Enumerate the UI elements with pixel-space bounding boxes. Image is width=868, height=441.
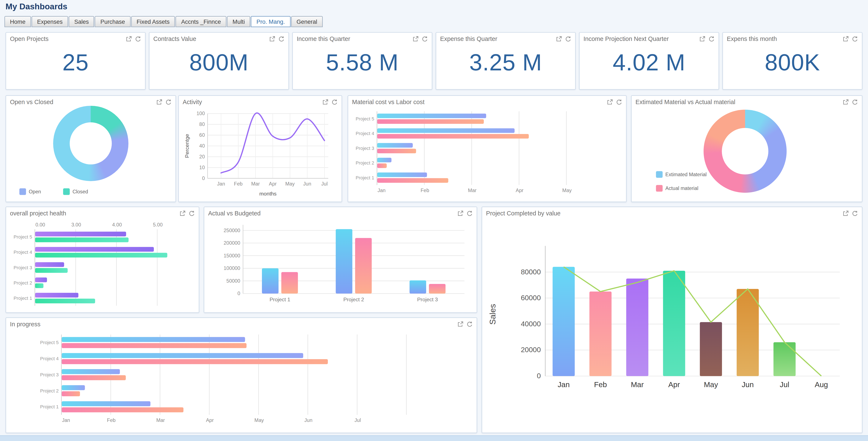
svg-text:Project 1: Project 1: [40, 404, 59, 409]
svg-text:10: 10: [199, 165, 205, 170]
svg-text:Project 4: Project 4: [355, 131, 374, 136]
estimated-vs-actual-legend: Extimated MaterialActual material: [656, 171, 707, 199]
kpi-value: 25: [6, 49, 145, 76]
expand-icon[interactable]: [126, 36, 132, 42]
legend-swatch: [656, 171, 662, 178]
refresh-icon[interactable]: [165, 99, 172, 105]
legend-label: Closed: [72, 189, 88, 195]
kpi-title: Contracts Value: [153, 35, 196, 42]
svg-text:Mar: Mar: [251, 181, 260, 186]
card-header: Expens this month: [723, 33, 862, 44]
svg-text:Project 1: Project 1: [13, 296, 32, 301]
refresh-icon[interactable]: [422, 36, 428, 42]
legend-swatch: [63, 188, 70, 195]
svg-text:Feb: Feb: [421, 188, 429, 193]
expand-icon[interactable]: [843, 99, 849, 105]
svg-text:Project 2: Project 2: [40, 388, 59, 393]
svg-text:Project 2: Project 2: [13, 280, 32, 286]
expand-icon[interactable]: [457, 321, 463, 327]
tab-home[interactable]: Home: [4, 16, 31, 27]
card-open-vs-closed: Open vs Closed OpenClosed: [5, 95, 176, 202]
svg-text:Apr: Apr: [516, 188, 524, 193]
kpi-card-open-projects: Open Projects25: [5, 32, 146, 90]
in-progress-bar-chart: JanFebMarAprMayJunJulProject 5Project 4P…: [10, 331, 472, 428]
expand-icon[interactable]: [322, 99, 328, 105]
tab-accnts-finnce[interactable]: Accnts _Finnce: [176, 16, 226, 27]
expand-icon[interactable]: [607, 99, 613, 105]
card-estimated-vs-actual: Extimated Material vs Actual material Ex…: [631, 95, 863, 202]
refresh-icon[interactable]: [467, 210, 473, 216]
refresh-icon[interactable]: [852, 210, 858, 216]
card-title: Open vs Closed: [10, 98, 53, 105]
refresh-icon[interactable]: [278, 36, 285, 42]
svg-text:250000: 250000: [223, 228, 240, 233]
expand-icon[interactable]: [269, 36, 275, 42]
card-header: Actual vs Budgeted: [204, 207, 476, 218]
svg-text:Aug: Aug: [815, 380, 828, 389]
svg-text:months: months: [259, 191, 277, 197]
svg-text:0.00: 0.00: [35, 222, 45, 228]
expand-icon[interactable]: [457, 210, 463, 216]
card-title: Activity: [183, 98, 202, 105]
card-header: Income Projection Next Quarter: [580, 33, 719, 44]
expand-icon[interactable]: [699, 36, 705, 42]
tab-multi[interactable]: Multi: [227, 16, 250, 27]
svg-text:80000: 80000: [521, 268, 541, 276]
expand-icon[interactable]: [156, 99, 162, 105]
tab-pro-mang[interactable]: Pro. Mang.: [251, 16, 290, 27]
expand-icon[interactable]: [179, 210, 185, 216]
svg-text:Project 3: Project 3: [355, 146, 374, 151]
svg-text:Project 1: Project 1: [355, 175, 374, 180]
tab-expenses[interactable]: Expenses: [32, 16, 68, 27]
card-project-health: overall project health 0.003.004.005.00P…: [5, 206, 199, 313]
svg-text:Apr: Apr: [669, 380, 680, 389]
svg-text:May: May: [285, 181, 295, 186]
refresh-icon[interactable]: [332, 99, 338, 105]
card-header: Activity: [179, 96, 342, 107]
legend-label: Actual material: [665, 185, 699, 191]
svg-text:Project 2: Project 2: [343, 297, 364, 302]
svg-text:Mar: Mar: [156, 417, 165, 423]
expand-icon[interactable]: [556, 36, 562, 42]
svg-text:0: 0: [202, 176, 205, 181]
refresh-icon[interactable]: [467, 321, 473, 327]
open-vs-closed-legend: OpenClosed: [19, 188, 88, 195]
kpi-title: Open Projects: [10, 35, 49, 42]
tab-fixed-assets[interactable]: Fixed Assets: [131, 16, 175, 27]
svg-text:Apr: Apr: [269, 181, 277, 186]
svg-text:Project 5: Project 5: [355, 116, 374, 121]
refresh-icon[interactable]: [852, 36, 858, 42]
tab-purchase[interactable]: Purchase: [95, 16, 130, 27]
kpi-card-income-this-quarter: Income this Quarter5.58 M: [292, 32, 432, 90]
expand-icon[interactable]: [412, 36, 418, 42]
refresh-icon[interactable]: [135, 36, 141, 42]
expand-icon[interactable]: [843, 36, 849, 42]
refresh-icon[interactable]: [852, 99, 858, 105]
refresh-icon[interactable]: [565, 36, 571, 42]
activity-line-chart: 01020406080100JanFebMarAprMayJunJulPerce…: [183, 109, 337, 197]
refresh-icon[interactable]: [616, 99, 622, 105]
svg-text:Feb: Feb: [107, 417, 116, 423]
refresh-icon[interactable]: [189, 210, 195, 216]
horizontal-scrollbar[interactable]: [0, 435, 868, 441]
refresh-icon[interactable]: [709, 36, 715, 42]
expand-icon[interactable]: [843, 210, 849, 216]
tab-sales[interactable]: Sales: [69, 16, 94, 27]
svg-text:Project 4: Project 4: [13, 249, 32, 255]
svg-text:Project 3: Project 3: [40, 372, 59, 377]
legend-label: Extimated Material: [665, 172, 707, 177]
svg-text:Jun: Jun: [303, 181, 311, 186]
card-title: In progress: [10, 321, 40, 327]
kpi-value: 5.58 M: [293, 49, 432, 76]
card-in-progress: In progress JanFebMarAprMayJunJulProject…: [5, 317, 477, 433]
svg-text:Mar: Mar: [468, 188, 476, 193]
card-header: In progress: [6, 318, 476, 329]
svg-text:May: May: [254, 417, 264, 423]
tab-general[interactable]: General: [291, 16, 323, 27]
legend-item-actual-material: Actual material: [656, 185, 707, 192]
svg-text:Jun: Jun: [742, 380, 754, 389]
open-vs-closed-donut-chart: [53, 106, 128, 181]
svg-text:Feb: Feb: [234, 181, 243, 186]
card-completed-by-value: Project Completed by value 0200004000060…: [482, 206, 863, 433]
card-actual-vs-budgeted: Actual vs Budgeted 050000100000150000200…: [204, 206, 477, 313]
